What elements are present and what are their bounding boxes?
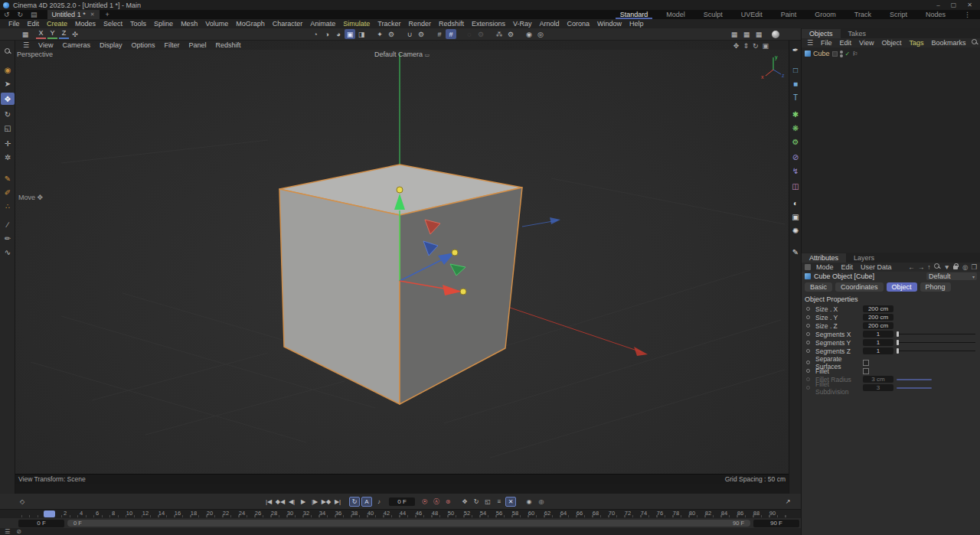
loop-playback-toggle[interactable]: ↻ xyxy=(349,497,360,507)
section-tab-phong[interactable]: Phong xyxy=(920,282,951,292)
tab-layers[interactable]: Layers xyxy=(846,253,882,263)
play-button[interactable]: ▶ xyxy=(298,497,309,507)
viewport[interactable]: y x z ☰ViewCamerasDisplayOptionsFilterPa… xyxy=(15,41,789,484)
target-icon[interactable]: ◎ xyxy=(962,263,968,272)
gizmo-x-handle[interactable] xyxy=(460,289,466,295)
material-manager-icon[interactable] xyxy=(772,31,779,38)
property-value-field[interactable]: 200 cm xyxy=(863,305,893,312)
points-tool-icon[interactable]: ∴ xyxy=(1,200,15,212)
layout-tab-groom[interactable]: Groom xyxy=(805,10,845,19)
spline-path-icon[interactable]: ↯ xyxy=(789,165,802,177)
view-mode-icon[interactable]: ◔ xyxy=(310,29,321,39)
pencil-tool-icon[interactable]: ✏ xyxy=(1,232,15,244)
subdivision-surface-icon[interactable]: ✱ xyxy=(789,109,802,120)
menu-create[interactable]: Create xyxy=(43,20,71,28)
menu-tools[interactable]: Tools xyxy=(126,20,150,28)
attributes-menu-user-data[interactable]: User Data xyxy=(857,263,896,271)
record-keyframe-icon[interactable]: ⦿ xyxy=(420,497,430,507)
prev-frame-button[interactable]: ◀| xyxy=(286,497,297,507)
tab-attributes[interactable]: Attributes xyxy=(802,253,846,263)
object-manager-tree[interactable]: Cube✓⚐ xyxy=(802,47,980,253)
layout-tab-track[interactable]: Track xyxy=(845,10,880,19)
maximize-view-icon[interactable]: ▣ xyxy=(762,42,769,50)
slider-knob[interactable] xyxy=(897,348,899,354)
camera-menu-icon[interactable]: ▭ xyxy=(424,52,430,57)
preview-range-bar[interactable]: 0 F 90 F xyxy=(67,520,750,527)
menu-mesh[interactable]: Mesh xyxy=(177,20,201,28)
live-selection-icon[interactable]: ◉ xyxy=(1,64,15,76)
play-mode-toggle[interactable]: A xyxy=(361,497,372,507)
property-group-title[interactable]: Object Properties xyxy=(802,293,980,305)
axis-lock-y[interactable]: Y xyxy=(47,29,57,39)
tab-takes[interactable]: Takes xyxy=(841,29,874,38)
array-generator-icon[interactable]: ❋ xyxy=(789,122,802,134)
objects-menu-tags[interactable]: Tags xyxy=(905,39,927,47)
filter-icon[interactable]: ▼ xyxy=(944,263,950,272)
save-icon[interactable]: ▤ xyxy=(27,11,41,18)
hair-settings-icon[interactable]: ⚙ xyxy=(505,29,516,39)
property-slider[interactable] xyxy=(897,331,975,338)
lock-icon[interactable] xyxy=(953,263,959,272)
menu-modes[interactable]: Modes xyxy=(71,20,100,28)
objects-burger-icon[interactable]: ☰ xyxy=(805,39,815,47)
viewport-burger-icon[interactable]: ☰ xyxy=(18,41,34,49)
text-object-icon[interactable]: T xyxy=(789,92,802,103)
layout-tab-standard[interactable]: Standard xyxy=(611,10,658,19)
character-tool-icon[interactable]: ✦ xyxy=(374,29,385,39)
coordinate-system-icon[interactable]: ✣ xyxy=(70,29,80,39)
enabled-check-icon[interactable]: ✓ xyxy=(845,51,851,57)
deformer-icon[interactable]: ⊘ xyxy=(789,152,802,163)
layout-overflow-icon[interactable]: ⋮ xyxy=(955,10,980,19)
menu-arnold[interactable]: Arnold xyxy=(536,20,564,28)
sketch-tool-icon[interactable]: ✎ xyxy=(1,172,15,184)
undo-icon[interactable]: ↺ xyxy=(0,11,14,18)
render-settings-icon[interactable]: ▦ xyxy=(753,29,764,39)
light-object-icon[interactable]: ✺ xyxy=(789,225,802,237)
rotate-tool-icon[interactable]: ↻ xyxy=(1,108,15,120)
simulate-settings-icon[interactable]: ⚙ xyxy=(416,29,426,39)
attributes-menu-edit[interactable]: Edit xyxy=(838,263,858,271)
spline-pen-icon[interactable]: ✒ xyxy=(789,44,802,56)
viewport-menu-panel[interactable]: Panel xyxy=(185,41,211,49)
menu-window[interactable]: Window xyxy=(593,20,626,28)
material-paint-icon[interactable]: ✎ xyxy=(789,246,802,258)
animation-dot-icon[interactable] xyxy=(806,369,810,373)
transform-tool-icon[interactable]: ✛ xyxy=(1,137,15,149)
model-mode-icon[interactable]: ◕ xyxy=(333,29,344,39)
property-value-field[interactable]: 3 cm xyxy=(863,376,893,383)
layout-tab-model[interactable]: Model xyxy=(657,10,694,19)
range-start-field[interactable]: 0 F xyxy=(18,520,64,527)
object-mode-icon[interactable]: ◑ xyxy=(322,29,332,39)
section-tab-object[interactable]: Object xyxy=(887,282,917,292)
quantize-grid-icon[interactable]: # xyxy=(446,29,456,39)
layout-tab-sculpt[interactable]: Sculpt xyxy=(694,10,732,19)
menu-volume[interactable]: Volume xyxy=(201,20,232,28)
redo-icon[interactable]: ↻ xyxy=(14,11,28,18)
pan-view-icon[interactable]: ✥ xyxy=(733,42,740,50)
menu-animate[interactable]: Animate xyxy=(306,20,339,28)
layout-tab-uvedit[interactable]: UVEdit xyxy=(732,10,772,19)
prev-key-button[interactable]: ◆◀ xyxy=(275,497,286,507)
menu-v-ray[interactable]: V-Ray xyxy=(509,20,536,28)
property-value-field[interactable]: 200 cm xyxy=(863,314,893,321)
menu-select[interactable]: Select xyxy=(100,20,126,28)
workplane-icon[interactable]: ▦ xyxy=(20,29,31,39)
axis-lock-x[interactable]: X xyxy=(36,29,46,39)
mode-icon[interactable] xyxy=(805,264,811,270)
menu-tracker[interactable]: Tracker xyxy=(374,20,404,28)
document-tab[interactable]: Untitled 1 * ✕ xyxy=(47,10,100,19)
property-value-field[interactable]: 1 xyxy=(863,331,893,338)
snap-transform-icon[interactable]: ✲ xyxy=(1,151,15,163)
animation-dot-icon[interactable] xyxy=(806,386,810,390)
menu-file[interactable]: File xyxy=(5,20,24,28)
goto-end-button[interactable]: ▶| xyxy=(332,497,343,507)
primitive-cube-icon[interactable]: ■ xyxy=(789,78,802,90)
tab-close-icon[interactable]: ✕ xyxy=(90,11,95,18)
helper-b-icon[interactable]: ◎ xyxy=(535,29,546,39)
render-view-icon[interactable]: ▦ xyxy=(729,29,740,39)
environment-icon[interactable]: ◐ xyxy=(789,197,802,209)
selection-settings-icon[interactable]: ➤ xyxy=(1,77,15,90)
visibility-dots-toggle[interactable] xyxy=(840,51,843,57)
animation-dot-icon[interactable] xyxy=(806,341,810,344)
sound-toggle[interactable]: ♪ xyxy=(374,497,384,507)
